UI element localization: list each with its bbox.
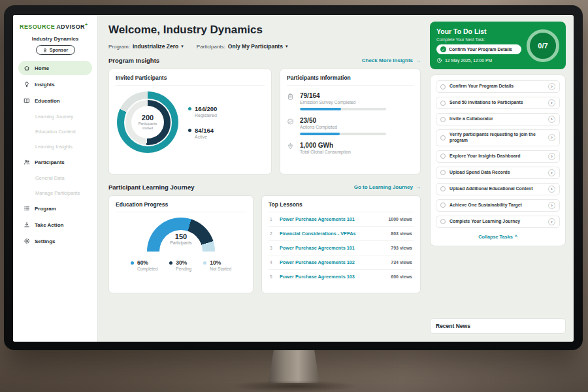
- task-label: Upload Spend Data Records: [449, 170, 544, 176]
- dashboard-screen: RESOURCEADVISOR+ Industry Dynamics Spons…: [13, 15, 574, 342]
- lesson-row[interactable]: 5 Power Purchase Agreements 103 600 view…: [269, 270, 414, 284]
- task-checkbox[interactable]: [440, 117, 446, 122]
- book-icon: [24, 97, 31, 104]
- clipboard-icon: [287, 93, 295, 101]
- sponsor-badge[interactable]: Sponsor: [36, 45, 75, 55]
- lesson-link[interactable]: Power Purchase Agreements 101: [280, 245, 386, 251]
- lesson-rank: 2: [270, 231, 275, 236]
- chevron-right-icon[interactable]: ›: [548, 153, 555, 160]
- lesson-row[interactable]: 1 Power Purchase Agreements 101 1000 vie…: [269, 212, 414, 227]
- sidebar-item-program[interactable]: Program: [18, 201, 92, 216]
- task-item[interactable]: Upload Additional Educational Content ›: [436, 183, 560, 195]
- chevron-right-icon[interactable]: ›: [548, 202, 555, 209]
- task-checkbox[interactable]: [440, 135, 446, 140]
- sidebar-item-learning-journey[interactable]: Learning Journey: [18, 110, 92, 123]
- task-checkbox[interactable]: [440, 203, 446, 208]
- sidebar-item-general-data[interactable]: General Data: [18, 171, 92, 184]
- stat-label: Emission Survey Completed: [300, 100, 386, 105]
- legend-dot-registered: [188, 107, 191, 110]
- donut-center-value: 200: [142, 114, 154, 122]
- task-item[interactable]: Achieve One Sustainability Target ›: [436, 199, 560, 212]
- task-item[interactable]: Confirm Your Program Details ›: [436, 80, 560, 93]
- task-checkbox[interactable]: [440, 170, 446, 175]
- todo-due-row: 12 May 2025, 12:00 PM: [436, 57, 521, 63]
- lesson-row[interactable]: 2 Financial Considerations - VPPAs 803 v…: [269, 227, 414, 241]
- program-filter-dropdown[interactable]: Program: Industrialize Zero ▾: [108, 43, 184, 50]
- brand-logo-secondary: ADVISOR: [56, 24, 85, 30]
- task-label: Verify participants requesting to join t…: [449, 132, 544, 144]
- legend-label: Registered: [195, 113, 217, 118]
- collapse-tasks-link[interactable]: Collapse Tasks ^: [436, 232, 560, 244]
- todo-summary-card: Your To Do List Complete Your Next Task:…: [430, 22, 566, 69]
- chevron-right-icon[interactable]: ›: [548, 116, 555, 123]
- task-checkbox[interactable]: [440, 219, 446, 224]
- check-icon: ✓: [440, 46, 446, 52]
- sidebar-item-label: Participants: [35, 159, 65, 165]
- sidebar-item-education[interactable]: Education: [18, 93, 92, 108]
- lesson-views: 803 views: [391, 231, 412, 236]
- chevron-right-icon[interactable]: ›: [548, 83, 555, 90]
- go-to-learning-journey-link[interactable]: Go to Learning Journey →: [354, 184, 421, 190]
- sidebar-item-label: Home: [35, 65, 49, 71]
- task-checkbox[interactable]: [440, 101, 446, 106]
- learning-cards-row: Education Progress 150 Participants: [108, 195, 421, 293]
- task-checkbox[interactable]: [440, 186, 446, 191]
- page-title: Welcome, Industry Dynamics: [108, 24, 421, 37]
- chevron-down-icon: ▾: [181, 44, 184, 49]
- sidebar-item-take-action[interactable]: Take Action: [18, 218, 92, 232]
- lesson-link[interactable]: Power Purchase Agreements 102: [280, 259, 386, 265]
- gauge-legend: 60% Completed 30% Pending: [131, 259, 231, 271]
- participants-filter-value: Only My Participants: [228, 43, 283, 50]
- location-pin-icon: [287, 142, 295, 150]
- lesson-link[interactable]: Financial Considerations - VPPAs: [280, 231, 386, 237]
- clock-icon: [436, 57, 442, 63]
- sidebar-item-manage-participants[interactable]: Manage Participants: [18, 186, 92, 199]
- chevron-right-icon[interactable]: ›: [548, 186, 555, 193]
- sidebar-item-label: Manage Participants: [35, 190, 80, 196]
- participants-filter-dropdown[interactable]: Participants: Only My Participants ▾: [197, 43, 288, 50]
- task-checkbox[interactable]: [440, 154, 446, 159]
- account-name: Industry Dynamics: [18, 36, 92, 42]
- sidebar-item-insights[interactable]: Insights: [18, 77, 92, 91]
- stat-row: 1,000 GWh Total Global Consumption: [287, 142, 414, 154]
- sidebar-item-participants[interactable]: Participants: [18, 155, 92, 169]
- chevron-right-icon[interactable]: ›: [548, 99, 555, 106]
- sidebar-item-education-content[interactable]: Education Content: [18, 125, 92, 138]
- legend-value: 30%: [176, 259, 191, 266]
- award-icon: [42, 48, 48, 53]
- task-item[interactable]: Explore Your Insights Dashboard ›: [436, 150, 560, 163]
- task-item[interactable]: Complete Your Learning Journey ›: [436, 216, 560, 228]
- lesson-views: 734 views: [391, 260, 412, 265]
- participants-filter-label: Participants:: [197, 44, 225, 50]
- task-item[interactable]: Upload Spend Data Records ›: [436, 167, 560, 179]
- sidebar-item-label: Education: [35, 98, 60, 104]
- task-checkbox[interactable]: [440, 84, 446, 90]
- lesson-row[interactable]: 4 Power Purchase Agreements 102 734 view…: [269, 255, 414, 270]
- stat-progress-fill: [300, 108, 341, 110]
- arrow-right-icon: →: [416, 184, 421, 190]
- chevron-right-icon[interactable]: ›: [548, 169, 555, 176]
- lesson-row[interactable]: 3 Power Purchase Agreements 101 793 view…: [269, 241, 414, 255]
- sidebar-item-learning-insights[interactable]: Learning Insights: [18, 140, 92, 153]
- lesson-link[interactable]: Power Purchase Agreements 103: [280, 274, 386, 280]
- lesson-rank: 3: [270, 246, 275, 250]
- lesson-link[interactable]: Power Purchase Agreements 101: [280, 216, 384, 222]
- task-item[interactable]: Verify participants requesting to join t…: [436, 129, 560, 146]
- sidebar-item-settings[interactable]: Settings: [18, 234, 92, 248]
- legend-value: 84/164: [195, 127, 214, 134]
- sidebar-item-home[interactable]: Home: [18, 61, 92, 75]
- legend-value: 60%: [137, 259, 157, 266]
- chevron-right-icon[interactable]: ›: [548, 218, 555, 225]
- education-progress-gauge: 150 Participants: [147, 218, 215, 252]
- task-label: Explore Your Insights Dashboard: [449, 154, 544, 159]
- legend-item: 84/164 Active: [188, 127, 217, 139]
- invited-participants-card: Invited Participants 200 Participants In…: [108, 69, 272, 174]
- todo-progress-text: 0/7: [538, 42, 547, 50]
- check-more-insights-link[interactable]: Check More Insights →: [362, 57, 421, 63]
- next-task-pill[interactable]: ✓ Confirm Your Program Details: [436, 44, 521, 54]
- task-item[interactable]: Invite a Collaborator ›: [436, 113, 560, 125]
- task-item[interactable]: Send 50 Invitations to Participants ›: [436, 97, 560, 109]
- chevron-right-icon[interactable]: ›: [548, 134, 555, 141]
- card-title: Education Progress: [116, 201, 246, 212]
- filter-bar: Program: Industrialize Zero ▾ Participan…: [108, 43, 421, 50]
